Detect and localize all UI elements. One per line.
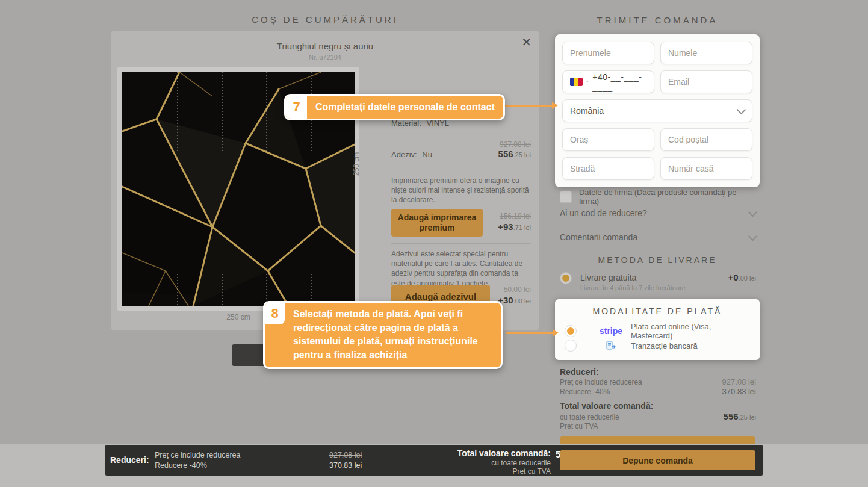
- step-8-number: 8: [265, 303, 285, 324]
- step-7-text: Completați datele personale de contact: [307, 102, 503, 113]
- payment-box: MODALITATE DE PLATĂ stripe Plata card on…: [555, 299, 760, 360]
- discount-accordion[interactable]: Ai un cod de reducere?: [560, 208, 756, 218]
- adhesive-label: Adeziv:: [391, 150, 417, 159]
- romania-flag-icon: [570, 78, 583, 86]
- premium-price: 156.18 lei +93.71 lei: [488, 212, 531, 232]
- divider: [391, 169, 531, 169]
- discounts-heading: Reduceri:: [560, 367, 756, 377]
- bank-transfer-icon: [597, 341, 625, 351]
- cart-price: 556.25 lei: [498, 149, 531, 160]
- footer-line2-label: Reducere -40%: [155, 461, 240, 471]
- phone-input[interactable]: · +40-__-___-____: [562, 70, 654, 93]
- delivery-radio[interactable]: [560, 272, 572, 284]
- step-7-arrow: [504, 105, 553, 107]
- discount-line2-price: 370.83 lei: [722, 387, 756, 396]
- delivery-title: METODA DE LIVRARE: [555, 255, 760, 265]
- footer-total-sub1: cu toate reducerile: [358, 459, 551, 467]
- step-8-text: Selectați metoda de plată. Apoi veți fi …: [285, 303, 501, 367]
- payment-bank-row[interactable]: Tranzacție bancară: [565, 340, 750, 352]
- adhesive-row-label: Adeziv: Nu: [391, 150, 432, 159]
- total-price: 556.25 lei: [724, 411, 756, 422]
- footer-discounts-label: Reduceri:: [110, 455, 149, 465]
- step-8-arrow: [506, 332, 553, 334]
- comments-label: Comentarii comanda: [560, 232, 637, 242]
- house-input[interactable]: [660, 157, 752, 180]
- total-heading: Total valoare comandă:: [560, 401, 756, 411]
- cart-panel: ✕ Triunghiul negru și auriu Nr. u72104: [111, 31, 539, 330]
- discount-line2-label: Reducere -40%: [560, 388, 610, 396]
- street-input[interactable]: [562, 157, 654, 180]
- premium-old-price: 156.18 lei: [488, 212, 531, 220]
- step-7-number: 7: [286, 96, 307, 119]
- bank-payment-radio[interactable]: [565, 340, 577, 352]
- delivery-option-label: Livrare gratuita: [580, 273, 636, 282]
- product-number: Nr. u72104: [111, 54, 539, 61]
- bank-payment-label: Tranzacție bancară: [631, 341, 698, 350]
- discount-label: Ai un cod de reducere?: [560, 208, 647, 218]
- footer-line1-label: Preț ce include reducerea: [155, 450, 240, 461]
- order-title: TRIMITE COMANDA: [555, 15, 760, 25]
- payment-card-row[interactable]: stripe Plata card online (Visa, Masterca…: [565, 322, 750, 340]
- firstname-input[interactable]: [562, 42, 654, 64]
- stripe-logo: stripe: [597, 326, 625, 336]
- product-name: Triunghiul negru și auriu: [111, 41, 539, 51]
- add-premium-button[interactable]: Adaugă imprimarea premium: [391, 209, 483, 237]
- discount-line1-price: 927.08 lei: [722, 377, 756, 386]
- footer-total-label: Total valoare comandă:: [358, 448, 551, 459]
- cart-options: ✓ Arată liniile de tăiere Material: VINY…: [391, 98, 531, 326]
- tooltip-step-7: 7 Completați datele personale de contact: [284, 94, 505, 120]
- adhesive-old-price: 50.00 lei: [488, 285, 531, 294]
- delivery-option-sub: Livrare în 4 până la 7 zile lucrătoare: [580, 284, 686, 291]
- adhesive-description: Adezivul este selectat special pentru ma…: [391, 249, 531, 288]
- total-sub2: Pret cu TVA: [560, 422, 756, 430]
- chevron-down-icon: [748, 207, 758, 217]
- cart-old-price: 927.08 lei: [500, 140, 531, 149]
- submit-order-button[interactable]: Depune comanda: [560, 450, 755, 470]
- footer-discount-labels: Preț ce include reducerea Reducere -40%: [155, 450, 240, 471]
- company-checkbox[interactable]: ✓: [560, 191, 572, 203]
- adhesive-value: Nu: [422, 150, 432, 159]
- comments-accordion[interactable]: Comentarii comanda: [560, 232, 756, 242]
- size-label-height: 250 cm: [352, 152, 361, 176]
- lastname-input[interactable]: [660, 42, 752, 64]
- email-input[interactable]: [660, 70, 752, 93]
- footer-line2-price: 370.83 lei: [329, 461, 362, 471]
- total-sub1: cu toate reducerile: [560, 413, 619, 421]
- delivery-price: +0.00 lei: [728, 272, 756, 283]
- phone-separator: ·: [586, 76, 589, 87]
- payment-title: MODALITATE DE PLATĂ: [555, 306, 760, 316]
- card-payment-label: Plata card online (Visa, Mastercard): [631, 322, 750, 340]
- discount-line1-label: Preț ce include reducerea: [560, 378, 642, 386]
- order-summary: Reduceri: Preț ce include reducerea 927.…: [560, 367, 756, 430]
- phone-mask: +40-__-___-____: [592, 72, 646, 92]
- card-payment-radio[interactable]: [565, 325, 577, 337]
- summary-bar: Reduceri: Preț ce include reducerea Redu…: [105, 445, 763, 476]
- divider: [391, 243, 531, 244]
- delivery-option-row[interactable]: Livrare gratuita Livrare în 4 până la 7 …: [560, 272, 756, 291]
- company-label: Datele de firmă (Dacă produsle comandați…: [579, 188, 758, 206]
- country-value: România: [570, 106, 738, 116]
- footer-total-sub2: Pret cu TVA: [358, 467, 551, 476]
- contact-form: · +40-__-___-____ România: [555, 34, 760, 187]
- zip-input[interactable]: [660, 128, 752, 151]
- footer-line1-price: 927.08 lei: [329, 450, 362, 461]
- footer-discount-prices: 927.08 lei 370.83 lei: [329, 450, 362, 471]
- chevron-down-icon: [748, 231, 758, 241]
- premium-description: Imprimarea premium oferă o imagine cu ni…: [391, 176, 531, 205]
- chevron-down-icon: [737, 105, 746, 114]
- footer-total-block: Total valoare comandă: cu toate reduceri…: [358, 448, 551, 476]
- city-input[interactable]: [562, 128, 654, 151]
- cart-title: COȘ DE CUMPĂRĂTURI: [111, 14, 539, 25]
- country-select[interactable]: România: [562, 99, 752, 122]
- tooltip-step-8: 8 Selectați metoda de plată. Apoi veți f…: [263, 301, 503, 369]
